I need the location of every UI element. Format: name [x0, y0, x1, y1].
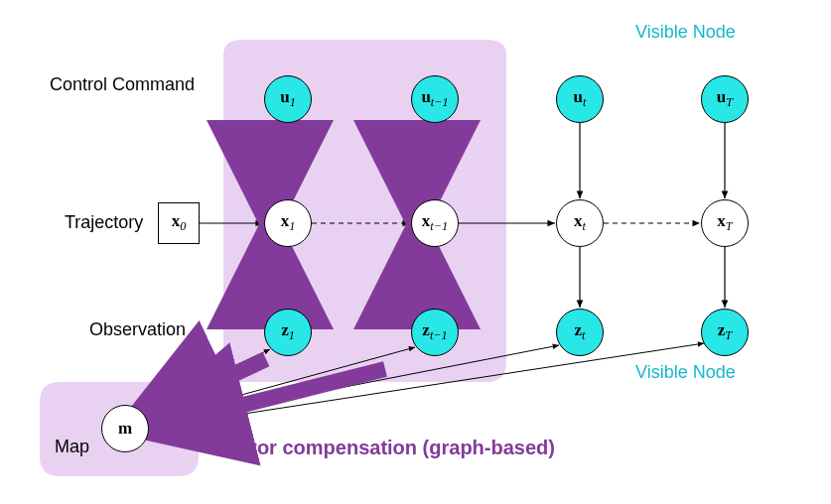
emphasis-arrows	[169, 134, 417, 420]
trajectory-label: Trajectory	[65, 212, 143, 233]
svg-line-15	[147, 343, 704, 429]
node-x0: x0	[158, 202, 200, 244]
error-compensation-label: Error compensation (graph-based)	[228, 437, 555, 459]
node-m: m	[101, 405, 149, 452]
visible-node-label-top: Visible Node	[635, 22, 736, 43]
node-x1: x1	[264, 199, 312, 247]
map-label: Map	[55, 437, 89, 457]
node-x-T: xT	[701, 199, 749, 247]
node-z-T: zT	[701, 309, 749, 356]
node-u-t: ut	[556, 75, 604, 123]
svg-line-21	[184, 369, 385, 420]
node-z-t: zt	[556, 309, 604, 356]
node-z-t-minus-1: zt−1	[411, 309, 459, 356]
svg-line-12	[137, 349, 270, 412]
slam-graph-diagram: { "labels": { "visible_top": "Visible No…	[0, 0, 831, 504]
svg-line-20	[169, 359, 266, 405]
observation-label: Observation	[89, 319, 186, 340]
svg-line-13	[144, 347, 415, 422]
svg-line-14	[146, 345, 559, 426]
visible-node-label-bottom: Visible Node	[635, 362, 736, 383]
control-command-label: Control Command	[50, 74, 195, 95]
node-u1: u1	[264, 75, 312, 123]
node-x-t: xt	[556, 199, 604, 247]
node-u-T: uT	[701, 75, 749, 123]
node-z1: z1	[264, 309, 312, 356]
node-x-t-minus-1: xt−1	[411, 199, 459, 247]
node-u-t-minus-1: ut−1	[411, 75, 459, 123]
